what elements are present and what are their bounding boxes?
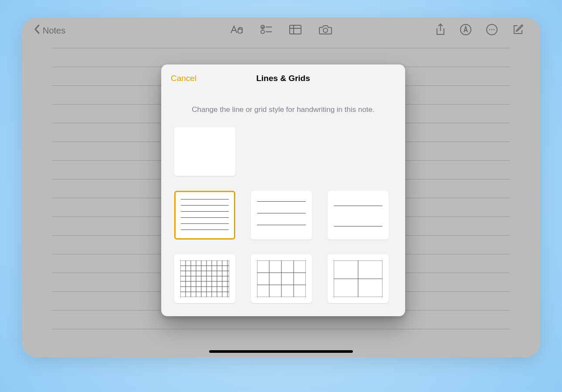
cancel-button[interactable]: Cancel xyxy=(171,74,196,83)
style-option-grid-medium[interactable] xyxy=(251,254,312,303)
svg-point-13 xyxy=(494,29,495,30)
rule-line xyxy=(52,329,510,329)
table-icon[interactable] xyxy=(289,25,301,36)
format-text-icon[interactable] xyxy=(230,24,243,37)
svg-point-8 xyxy=(323,28,328,33)
camera-icon[interactable] xyxy=(319,24,332,37)
style-options xyxy=(161,123,405,303)
share-icon[interactable] xyxy=(436,24,445,37)
style-option-lines-wide[interactable] xyxy=(328,191,389,240)
back-button[interactable]: Notes xyxy=(34,25,65,36)
modal-title: Lines & Grids xyxy=(256,74,310,83)
toolbar: Notes xyxy=(22,17,540,44)
more-icon[interactable] xyxy=(486,24,498,37)
style-option-grid-small[interactable] xyxy=(174,254,235,303)
home-indicator[interactable] xyxy=(209,350,353,353)
svg-point-11 xyxy=(489,29,491,30)
checklist-icon[interactable] xyxy=(261,25,272,36)
svg-point-0 xyxy=(238,29,242,34)
style-option-none[interactable] xyxy=(174,127,235,176)
svg-rect-5 xyxy=(290,25,301,34)
back-label: Notes xyxy=(43,26,65,36)
rule-line xyxy=(52,48,510,48)
svg-point-3 xyxy=(261,30,264,34)
style-option-lines-narrow[interactable] xyxy=(174,191,235,240)
chevron-left-icon xyxy=(34,24,40,36)
markup-icon[interactable] xyxy=(460,24,471,37)
device-frame: Notes xyxy=(22,17,540,357)
style-option-grid-large[interactable] xyxy=(328,254,389,303)
svg-point-12 xyxy=(491,29,493,30)
lines-grids-modal: Cancel Lines & Grids Change the line or … xyxy=(161,64,405,316)
modal-header: Cancel Lines & Grids xyxy=(161,64,405,92)
compose-icon[interactable] xyxy=(512,24,524,37)
modal-description: Change the line or grid style for handwr… xyxy=(161,92,405,123)
style-option-lines-medium[interactable] xyxy=(251,191,312,240)
